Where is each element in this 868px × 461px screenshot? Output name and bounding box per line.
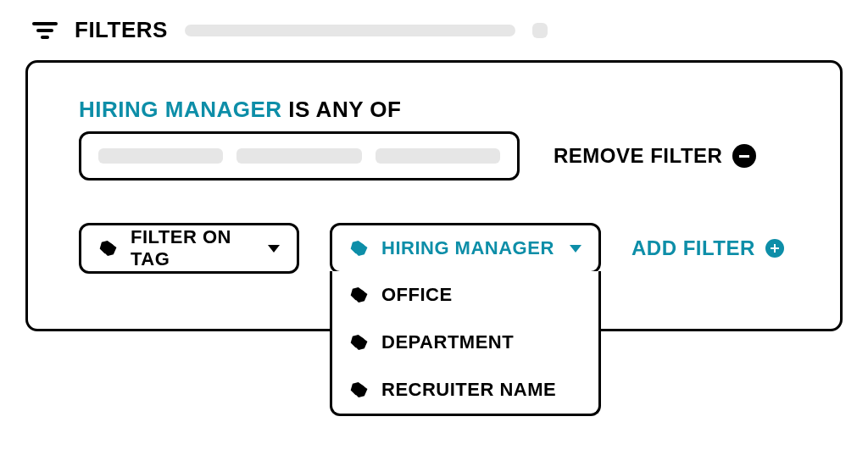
- filter-on-tag-select[interactable]: FILTER ON TAG: [79, 223, 299, 274]
- placeholder-dot: [532, 23, 548, 38]
- filter-operator: IS ANY OF: [288, 97, 401, 122]
- filters-title: FILTERS: [75, 17, 168, 43]
- filter-icon: [32, 22, 58, 39]
- minus-icon: [732, 144, 756, 168]
- remove-filter-button[interactable]: REMOVE FILTER: [554, 144, 756, 168]
- value-chip[interactable]: [98, 148, 223, 164]
- dropdown-option-label: OFFICE: [381, 284, 453, 306]
- remove-filter-label: REMOVE FILTER: [554, 144, 722, 168]
- filter-field-select-label: HIRING MANAGER: [381, 237, 554, 259]
- filter-field-name: HIRING MANAGER: [79, 97, 282, 122]
- chevron-down-icon: [268, 245, 280, 253]
- tags-icon: [349, 240, 370, 257]
- tags-icon: [98, 240, 119, 257]
- dropdown-option-department[interactable]: DEPARTMENT: [332, 319, 598, 366]
- filter-on-tag-label: FILTER ON TAG: [131, 226, 256, 270]
- filter-panel: HIRING MANAGER IS ANY OF REMOVE FILTER: [25, 60, 843, 331]
- filter-field-select[interactable]: HIRING MANAGER: [330, 223, 601, 274]
- value-chip[interactable]: [236, 148, 361, 164]
- field-dropdown-menu: OFFICE DEPARTMENT: [330, 271, 601, 416]
- filter-value-input[interactable]: [79, 131, 520, 181]
- tags-icon: [349, 286, 370, 303]
- filter-rule-label: HIRING MANAGER IS ANY OF: [79, 97, 789, 123]
- dropdown-option-office[interactable]: OFFICE: [332, 271, 598, 319]
- dropdown-option-label: RECRUITER NAME: [381, 379, 556, 401]
- tags-icon: [349, 334, 370, 351]
- placeholder-bar: [185, 25, 515, 36]
- dropdown-option-recruiter-name[interactable]: RECRUITER NAME: [332, 366, 598, 414]
- dropdown-option-label: DEPARTMENT: [381, 331, 514, 353]
- value-chip[interactable]: [376, 148, 500, 164]
- tags-icon: [349, 381, 370, 398]
- plus-icon: [765, 239, 784, 258]
- add-filter-button[interactable]: ADD FILTER: [632, 236, 784, 260]
- add-filter-label: ADD FILTER: [632, 236, 755, 260]
- chevron-down-icon: [570, 245, 581, 253]
